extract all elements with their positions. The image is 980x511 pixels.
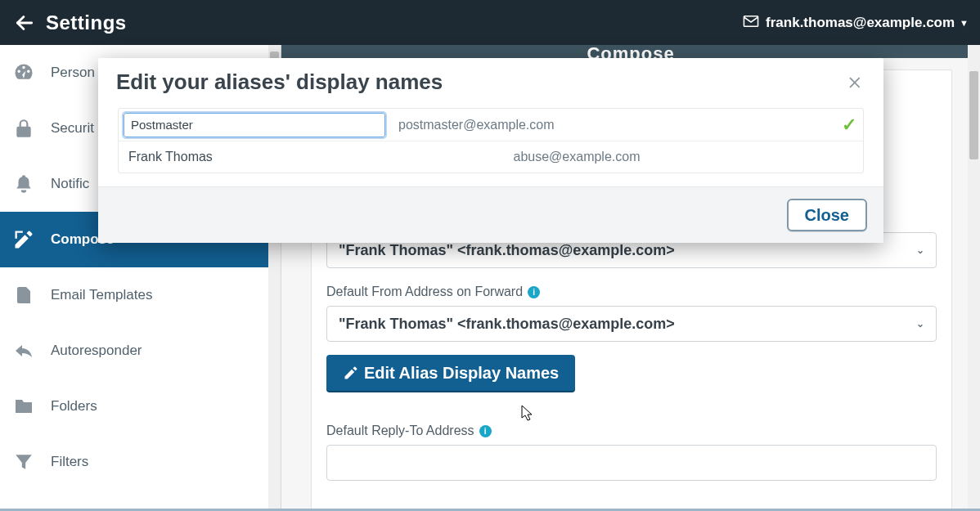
- alias-email: postmaster@example.com: [398, 118, 834, 132]
- account-email: frank.thomas@example.com: [766, 15, 955, 31]
- reply-icon: [11, 338, 36, 363]
- back-button[interactable]: [11, 10, 38, 36]
- caret-down-icon: ▼: [960, 18, 969, 28]
- edit-aliases-modal: Edit your aliases' display names postmas…: [98, 58, 883, 243]
- main-scrollbar-thumb[interactable]: [969, 71, 978, 159]
- compose-icon: [11, 227, 36, 252]
- sidebar-item-label: Person: [51, 65, 95, 81]
- topbar: Settings frank.thomas@example.com ▼: [0, 0, 980, 45]
- reply-to-input[interactable]: [326, 445, 937, 481]
- sidebar-item-label: Filters: [51, 454, 88, 470]
- info-icon[interactable]: i: [479, 425, 492, 437]
- bell-icon: [11, 172, 36, 196]
- main-scrollbar[interactable]: [968, 45, 980, 511]
- forward-from-label: Default From Address on Forward i: [326, 285, 937, 299]
- mail-icon: [743, 15, 759, 31]
- close-button[interactable]: Close: [787, 199, 867, 231]
- sidebar-item-email-templates[interactable]: Email Templates: [0, 267, 281, 323]
- document-icon: [11, 283, 36, 307]
- info-icon[interactable]: i: [528, 286, 540, 298]
- edit-icon: [343, 365, 359, 381]
- alias-row: postmaster@example.com ✓: [118, 108, 864, 141]
- sidebar-item-label: Autoresponder: [51, 343, 142, 359]
- account-menu[interactable]: frank.thomas@example.com ▼: [743, 15, 969, 31]
- lock-icon: [11, 116, 36, 141]
- sidebar-item-folders[interactable]: Folders: [0, 379, 281, 434]
- sidebar-item-autoresponder[interactable]: Autoresponder: [0, 323, 281, 379]
- default-from-value: "Frank Thomas" <frank.thomas@example.com…: [339, 242, 675, 259]
- filter-icon: [11, 450, 36, 474]
- sidebar-item-label: Email Templates: [51, 287, 152, 303]
- modal-title: Edit your aliases' display names: [116, 69, 443, 95]
- gauge-icon: [11, 61, 36, 85]
- close-icon: [847, 74, 864, 91]
- modal-close-button[interactable]: [846, 73, 865, 92]
- sidebar-item-label: Notific: [51, 176, 89, 192]
- folder-icon: [11, 394, 36, 419]
- forward-from-select[interactable]: "Frank Thomas" <frank.thomas@example.com…: [326, 306, 937, 342]
- section-banner: Compose: [281, 45, 980, 58]
- alias-name-input[interactable]: [124, 113, 385, 137]
- edit-alias-display-names-button[interactable]: Edit Alias Display Names: [326, 355, 575, 391]
- sidebar-item-filters[interactable]: Filters: [0, 434, 281, 490]
- forward-from-value: "Frank Thomas" <frank.thomas@example.com…: [339, 316, 675, 333]
- check-icon[interactable]: ✓: [842, 114, 863, 136]
- page-title: Settings: [46, 11, 127, 34]
- alias-name: Frank Thomas: [125, 150, 387, 164]
- arrow-left-icon: [14, 12, 35, 34]
- alias-email: abuse@example.com: [395, 150, 856, 164]
- sidebar-item-label: Folders: [51, 398, 97, 415]
- alias-row[interactable]: Frank Thomas abuse@example.com: [118, 141, 864, 173]
- reply-to-label: Default Reply-To Address i: [326, 424, 937, 438]
- chevron-down-icon: ⌄: [916, 318, 924, 329]
- sidebar-item-label: Securit: [51, 120, 94, 137]
- chevron-down-icon: ⌄: [916, 244, 924, 256]
